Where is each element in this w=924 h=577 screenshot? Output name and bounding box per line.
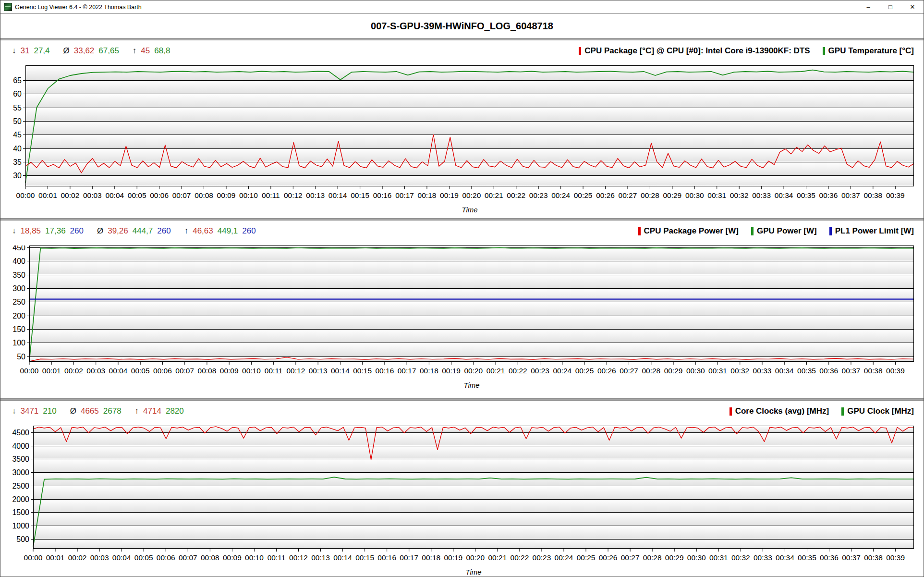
stat-value: 31 [21, 46, 30, 56]
svg-text:00:28: 00:28 [641, 191, 659, 199]
svg-text:00:13: 00:13 [306, 191, 325, 199]
legend-color-bar [729, 407, 732, 416]
svg-text:00:23: 00:23 [533, 553, 551, 562]
legend-label: Core Clocks (avg) [MHz] [735, 406, 829, 416]
svg-text:4000: 4000 [12, 442, 29, 450]
svg-text:50: 50 [13, 117, 22, 125]
stat-value: 45 [141, 46, 150, 56]
clocks-chart[interactable]: 5001000150020002500300035004000450000:00… [4, 426, 921, 569]
svg-text:00:15: 00:15 [355, 553, 374, 562]
stat-group: ↑47142820 [135, 406, 184, 416]
svg-text:55: 55 [13, 104, 22, 112]
stat-value: 260 [242, 226, 255, 236]
svg-text:00:11: 00:11 [267, 553, 286, 562]
stat-value: 4665 [81, 406, 99, 416]
svg-text:45: 45 [13, 131, 22, 139]
legend-item: GPU Clock [MHz] [841, 406, 914, 416]
svg-text:00:16: 00:16 [377, 553, 396, 562]
svg-text:00:27: 00:27 [621, 553, 640, 562]
svg-text:00:22: 00:22 [509, 367, 527, 375]
svg-text:00:22: 00:22 [511, 553, 529, 562]
stat-value: 2678 [103, 406, 122, 416]
legend-row: CPU Package [°C] @ CPU [#0]: Intel Core … [579, 46, 914, 56]
svg-text:00:13: 00:13 [309, 367, 328, 375]
svg-text:100: 100 [12, 339, 25, 347]
svg-text:00:29: 00:29 [665, 553, 684, 562]
svg-text:500: 500 [16, 535, 29, 543]
legend-color-bar [841, 407, 844, 416]
svg-text:1500: 1500 [12, 508, 29, 516]
stat-value: 2820 [166, 406, 184, 416]
window-title: Generic Log Viewer 6.4 - © 2022 Thomas B… [15, 4, 142, 11]
legend-item: CPU Package [°C] @ CPU [#0]: Intel Core … [579, 46, 810, 56]
svg-text:00:02: 00:02 [64, 367, 83, 375]
stat-value: 27,4 [34, 46, 49, 56]
stat-value: 260 [157, 226, 170, 236]
svg-text:00:23: 00:23 [529, 191, 548, 199]
svg-text:00:18: 00:18 [420, 367, 438, 375]
minimize-button[interactable]: – [857, 0, 879, 13]
svg-text:00:01: 00:01 [38, 191, 57, 199]
svg-text:3500: 3500 [12, 455, 29, 463]
stats-row: ↓18,8517,36260Ø39,26444,7260↑46,63449,12… [12, 226, 256, 236]
legend-label: CPU Package [°C] @ CPU [#0]: Intel Core … [584, 46, 810, 56]
svg-text:00:30: 00:30 [687, 553, 706, 562]
svg-text:00:10: 00:10 [245, 553, 264, 562]
svg-text:00:19: 00:19 [444, 553, 462, 562]
svg-text:00:12: 00:12 [284, 191, 303, 199]
svg-text:60: 60 [13, 90, 22, 98]
svg-text:40: 40 [13, 145, 22, 153]
svg-text:00:36: 00:36 [820, 553, 839, 562]
temperature-panel: ↓3127,4Ø33,6267,65↑4568,8 CPU Package [°… [0, 40, 924, 218]
stat-value: 33,62 [74, 46, 95, 56]
stat-value: 39,26 [108, 226, 128, 236]
svg-text:00:03: 00:03 [90, 553, 109, 562]
svg-text:00:17: 00:17 [395, 191, 414, 199]
svg-text:00:03: 00:03 [83, 191, 102, 199]
svg-text:00:01: 00:01 [46, 553, 65, 562]
svg-text:00:17: 00:17 [398, 367, 416, 375]
svg-text:00:08: 00:08 [195, 191, 213, 199]
legend-item: PL1 Power Limit [W] [829, 226, 914, 236]
svg-text:00:39: 00:39 [886, 191, 905, 199]
svg-text:00:08: 00:08 [198, 367, 217, 375]
svg-text:00:31: 00:31 [709, 553, 728, 562]
svg-text:00:10: 00:10 [239, 191, 258, 199]
svg-text:00:00: 00:00 [24, 553, 43, 562]
temperature-chart[interactable]: 303540455055606500:0000:0100:0200:0300:0… [4, 65, 921, 207]
svg-text:00:24: 00:24 [555, 553, 573, 562]
svg-text:00:29: 00:29 [664, 367, 683, 375]
legend-label: GPU Temperature [°C] [828, 46, 914, 56]
stat-symbol-icon: Ø [97, 226, 103, 236]
window-controls: – □ ✕ [857, 0, 924, 13]
svg-text:00:15: 00:15 [353, 367, 372, 375]
svg-text:00:37: 00:37 [841, 191, 860, 199]
svg-text:00:03: 00:03 [86, 367, 105, 375]
svg-text:00:09: 00:09 [217, 191, 236, 199]
svg-text:1000: 1000 [12, 522, 29, 530]
svg-text:00:37: 00:37 [842, 553, 861, 562]
svg-text:00:24: 00:24 [551, 191, 570, 199]
power-chart[interactable]: 5010015020025030035040045000:0000:0100:0… [4, 246, 921, 382]
app-icon [4, 3, 12, 11]
close-button[interactable]: ✕ [901, 0, 924, 13]
svg-text:00:07: 00:07 [179, 553, 197, 562]
svg-text:00:31: 00:31 [707, 191, 726, 199]
svg-text:4500: 4500 [12, 429, 29, 437]
svg-text:00:04: 00:04 [105, 191, 124, 199]
svg-text:00:14: 00:14 [331, 367, 350, 375]
svg-text:00:38: 00:38 [864, 367, 883, 375]
stat-value: 18,85 [21, 226, 41, 236]
svg-text:350: 350 [12, 271, 25, 279]
svg-text:00:06: 00:06 [157, 553, 175, 562]
svg-text:00:14: 00:14 [333, 553, 352, 562]
stat-value: 46,63 [193, 226, 213, 236]
svg-text:00:36: 00:36 [819, 367, 838, 375]
stat-symbol-icon: ↑ [184, 226, 189, 236]
svg-text:00:17: 00:17 [400, 553, 418, 562]
stat-value: 210 [43, 406, 56, 416]
svg-text:2500: 2500 [12, 482, 29, 490]
maximize-button[interactable]: □ [879, 0, 901, 13]
legend-color-bar [751, 227, 754, 235]
svg-text:00:16: 00:16 [375, 367, 394, 375]
